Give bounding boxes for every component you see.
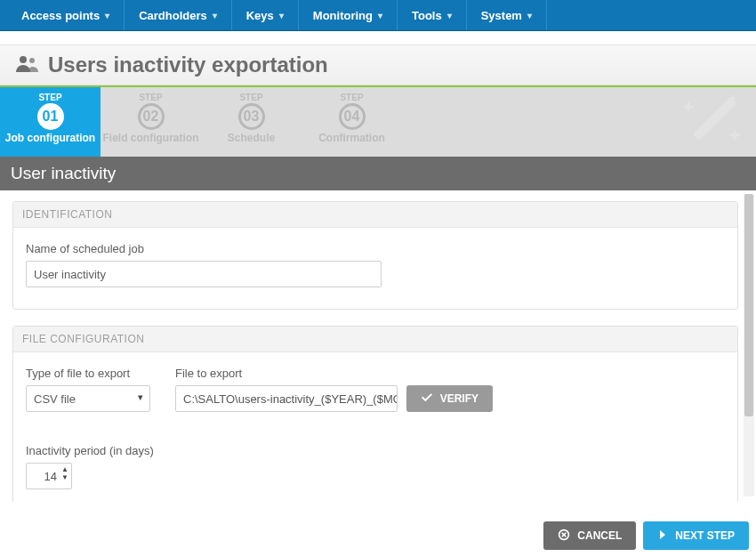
cancel-button[interactable]: CANCEL [543,521,636,550]
menu-access-points[interactable]: Access points▾ [7,0,125,30]
file-path-display[interactable]: C:\SALTO\users-inactivity_($YEAR)_($MONT… [175,385,398,412]
stepper-arrows: ▲ ▼ [61,465,68,481]
file-type-label: Type of file to export [26,367,150,380]
close-circle-icon [558,529,570,544]
verify-label: VERIFY [440,392,479,405]
step-overline: STEP [302,93,402,102]
step-number-circle-icon: 03 [238,103,265,130]
wizard-steps: STEP 01 Job configuration STEP 02 Field … [0,85,756,157]
wizard-step-schedule[interactable]: STEP 03 Schedule [201,87,302,157]
panel-heading: IDENTIFICATION [13,202,737,228]
menu-keys[interactable]: Keys▾ [232,0,299,30]
page-title: Users inactivity exportation [48,52,328,77]
verify-button[interactable]: VERIFY [406,385,493,412]
step-overline: STEP [201,93,302,102]
menu-label: Keys [246,9,274,22]
next-step-button[interactable]: NEXT STEP [643,521,749,550]
footer-actions: CANCEL NEXT STEP [543,521,749,550]
chevron-down-icon: ▾ [527,11,532,20]
chevron-down-icon: ▾ [447,11,452,20]
menu-system[interactable]: System▾ [467,0,547,30]
step-name: Confirmation [302,132,402,144]
spacer [0,31,756,44]
file-configuration-panel: FILE CONFIGURATION Type of file to expor… [12,326,738,502]
wizard-step-confirmation[interactable]: STEP 04 Confirmation [302,87,402,157]
cancel-label: CANCEL [577,529,622,542]
menu-monitoring[interactable]: Monitoring▾ [299,0,398,30]
content-area: IDENTIFICATION Name of scheduled job FIL… [0,190,756,502]
menu-cardholders[interactable]: Cardholders▾ [125,0,232,30]
step-overline: STEP [0,93,101,102]
main-menu: Access points▾ Cardholders▾ Keys▾ Monito… [0,0,756,31]
next-label: NEXT STEP [675,529,735,542]
step-number-circle-icon: 01 [37,103,64,130]
panel-heading: FILE CONFIGURATION [13,327,737,352]
file-type-select[interactable]: CSV file [26,385,150,412]
stepper-up-icon[interactable]: ▲ [61,465,68,473]
step-number-circle-icon: 02 [138,103,165,130]
menu-label: Tools [412,9,442,22]
identification-panel: IDENTIFICATION Name of scheduled job [12,201,738,310]
svg-point-0 [20,56,27,63]
svg-rect-2 [693,97,736,141]
chevron-down-icon: ▾ [279,11,284,20]
inactivity-stepper-wrapper: ▲ ▼ [26,463,72,489]
users-icon [16,54,39,77]
scrollbar[interactable] [744,194,754,496]
inactivity-period-label: Inactivity period (in days) [26,444,725,457]
chevron-down-icon: ▾ [105,11,109,20]
chevron-down-icon: ▾ [378,11,382,20]
step-name: Field configuration [101,132,201,144]
step-name: Job configuration [0,132,101,144]
step-overline: STEP [101,93,201,102]
title-bar: Users inactivity exportation [0,44,756,85]
stepper-down-icon[interactable]: ▼ [61,473,68,481]
menu-label: Access points [21,9,100,22]
file-type-select-wrapper: CSV file [26,385,150,412]
section-header: User inactivity [0,157,756,190]
chevron-down-icon: ▾ [213,11,217,20]
job-name-label: Name of scheduled job [26,242,725,255]
wizard-step-job-configuration[interactable]: STEP 01 Job configuration [0,87,101,157]
wizard-step-field-configuration[interactable]: STEP 02 Field configuration [101,87,201,157]
step-number-circle-icon: 04 [339,103,366,130]
chevron-right-icon [657,529,668,543]
magic-wand-icon [683,88,745,153]
job-name-input[interactable] [26,261,382,287]
check-icon [421,392,433,407]
scrollbar-thumb[interactable] [744,194,753,416]
menu-label: Cardholders [139,9,207,22]
menu-tools[interactable]: Tools▾ [398,0,467,30]
step-name: Schedule [201,132,302,144]
menu-label: System [481,9,522,22]
file-path-label: File to export [175,367,493,380]
menu-label: Monitoring [313,9,373,22]
svg-point-1 [29,58,35,63]
